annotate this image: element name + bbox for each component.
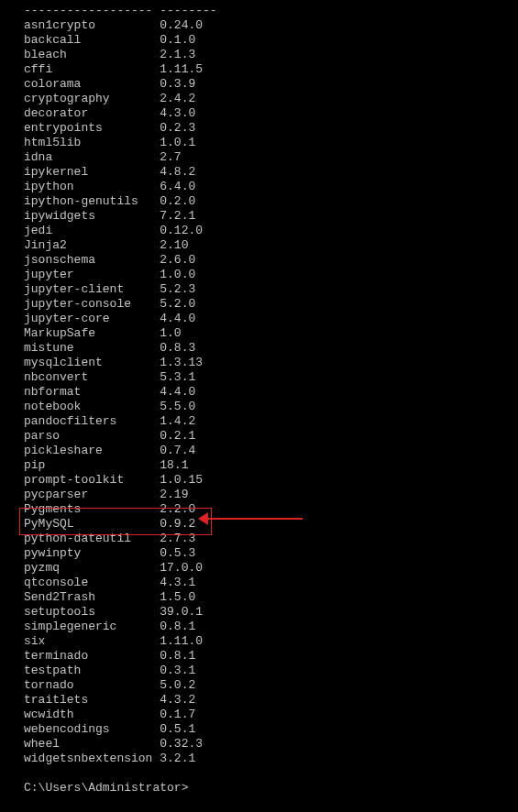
package-version: 0.5.1 <box>160 722 195 736</box>
package-name: jupyter-core <box>24 312 160 325</box>
package-row: nbconvert 5.3.1 <box>24 370 518 385</box>
package-version: 0.12.0 <box>160 224 203 237</box>
package-name: ipython-genutils <box>24 194 160 208</box>
package-version: 0.1.7 <box>160 708 195 721</box>
package-name: mistune <box>24 341 160 355</box>
package-row: Pygments 2.2.0 <box>24 502 518 517</box>
package-version: 39.0.1 <box>160 605 203 619</box>
package-row: bleach 2.1.3 <box>24 48 518 62</box>
package-version: 1.0 <box>160 326 181 340</box>
package-version: 1.0.1 <box>160 136 195 149</box>
package-version: 6.4.0 <box>160 180 195 193</box>
package-row: Send2Trash 1.5.0 <box>24 590 518 605</box>
package-version: 2.19 <box>160 488 188 501</box>
package-name: PyMySQL <box>24 517 160 531</box>
package-row: idna 2.7 <box>24 150 518 165</box>
package-row: pycparser 2.19 <box>24 488 518 502</box>
package-version: 1.4.2 <box>160 414 195 428</box>
package-row: colorama 0.3.9 <box>24 77 518 92</box>
package-row: terminado 0.8.1 <box>24 649 518 664</box>
package-name: decorator <box>24 106 160 120</box>
package-name: testpath <box>24 664 160 677</box>
package-list: ------------------ --------asn1crypto 0.… <box>24 4 518 766</box>
package-version: 4.4.0 <box>160 385 195 399</box>
package-name: webencodings <box>24 722 160 736</box>
package-version: 4.8.2 <box>160 165 195 179</box>
package-row: tornado 5.0.2 <box>24 678 518 693</box>
package-name: colorama <box>24 77 160 91</box>
package-version: 0.1.0 <box>160 33 195 47</box>
package-row: pywinpty 0.5.3 <box>24 546 518 561</box>
package-name: pandocfilters <box>24 414 160 428</box>
package-name: Send2Trash <box>24 590 160 604</box>
package-name: nbconvert <box>24 370 160 384</box>
package-row: MarkupSafe 1.0 <box>24 326 518 341</box>
package-name: MarkupSafe <box>24 326 160 340</box>
package-name: nbformat <box>24 385 160 399</box>
package-version: 1.5.0 <box>160 590 195 604</box>
package-version: 4.3.2 <box>160 693 195 707</box>
package-row: ipython-genutils 0.2.0 <box>24 194 518 209</box>
package-version: 0.32.3 <box>160 737 203 751</box>
package-row: mistune 0.8.3 <box>24 341 518 356</box>
package-version: 2.10 <box>160 238 188 252</box>
package-name: widgetsnbextension <box>24 752 160 765</box>
package-version: 1.3.13 <box>160 356 203 369</box>
package-name: Pygments <box>24 502 160 516</box>
package-row: ipywidgets 7.2.1 <box>24 209 518 224</box>
package-version: 0.5.3 <box>160 546 195 560</box>
package-row: html5lib 1.0.1 <box>24 136 518 150</box>
package-name: pywinpty <box>24 546 160 560</box>
package-name: jedi <box>24 224 160 237</box>
package-name: jupyter <box>24 268 160 281</box>
package-name: jupyter-client <box>24 282 160 296</box>
package-row: wcwidth 0.1.7 <box>24 708 518 722</box>
package-row: webencodings 0.5.1 <box>24 722 518 737</box>
package-name: pickleshare <box>24 444 160 457</box>
package-version: 17.0.0 <box>160 561 203 575</box>
package-version: 2.7.3 <box>160 532 195 545</box>
package-name: tornado <box>24 678 160 692</box>
package-name: mysqlclient <box>24 356 160 369</box>
package-version: 0.2.1 <box>160 429 195 443</box>
package-name: python-dateutil <box>24 532 160 545</box>
package-row: decorator 4.3.0 <box>24 106 518 121</box>
package-version: 0.3.9 <box>160 77 195 91</box>
package-row: pickleshare 0.7.4 <box>24 444 518 458</box>
package-row: jupyter-console 5.2.0 <box>24 297 518 312</box>
package-version: 5.3.1 <box>160 370 195 384</box>
package-row: prompt-toolkit 1.0.15 <box>24 473 518 488</box>
package-row: Jinja2 2.10 <box>24 238 518 253</box>
package-name: entrypoints <box>24 121 160 135</box>
arrow-line <box>206 518 303 520</box>
package-row: jupyter-core 4.4.0 <box>24 312 518 326</box>
package-row: simplegeneric 0.8.1 <box>24 620 518 634</box>
package-name: pip <box>24 458 160 472</box>
package-row: backcall 0.1.0 <box>24 33 518 48</box>
package-row: ipykernel 4.8.2 <box>24 165 518 180</box>
arrow-head <box>198 512 208 525</box>
package-name: jsonschema <box>24 253 160 267</box>
package-version: 4.4.0 <box>160 312 195 325</box>
package-version: 3.2.1 <box>160 752 195 765</box>
package-name: jupyter-console <box>24 297 160 311</box>
package-row: asn1crypto 0.24.0 <box>24 18 518 33</box>
package-row: cryptography 2.4.2 <box>24 92 518 106</box>
package-version: 4.3.1 <box>160 576 195 589</box>
package-name: idna <box>24 150 160 164</box>
package-row: six 1.11.0 <box>24 634 518 649</box>
package-name: wcwidth <box>24 708 160 721</box>
package-name: qtconsole <box>24 576 160 589</box>
package-name: ipython <box>24 180 160 193</box>
package-name: ipykernel <box>24 165 160 179</box>
package-name: prompt-toolkit <box>24 473 160 487</box>
package-row: cffi 1.11.5 <box>24 62 518 77</box>
package-row: notebook 5.5.0 <box>24 400 518 414</box>
package-row: widgetsnbextension 3.2.1 <box>24 752 518 766</box>
package-name: Jinja2 <box>24 238 160 252</box>
package-row: testpath 0.3.1 <box>24 664 518 678</box>
package-row: wheel 0.32.3 <box>24 737 518 752</box>
package-row: setuptools 39.0.1 <box>24 605 518 620</box>
prompt-line[interactable]: C:\Users\Administrator> <box>24 781 518 796</box>
package-row: jupyter 1.0.0 <box>24 268 518 282</box>
